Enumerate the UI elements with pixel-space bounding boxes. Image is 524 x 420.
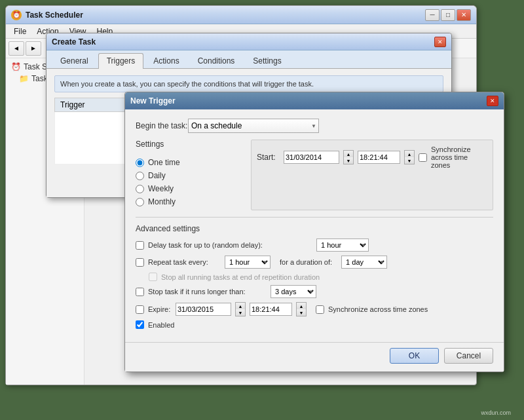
close-button[interactable]: ✕ <box>457 9 471 21</box>
expire-time-input[interactable] <box>250 303 292 316</box>
expire-row: Expire: ▲ ▼ ▲ ▼ Synchronize across time … <box>136 302 493 316</box>
start-date-input[interactable] <box>284 151 339 164</box>
stop-longer-row: Stop task if it runs longer than: 3 days <box>136 285 493 298</box>
duration-wrapper: 1 day <box>341 256 387 269</box>
taskscheduler-icon: ⏰ <box>11 10 22 20</box>
time-spin-down[interactable]: ▼ <box>405 157 414 164</box>
start-label: Start: <box>257 153 280 162</box>
radio-weekly-input[interactable] <box>136 185 144 193</box>
create-task-close[interactable]: ✕ <box>434 37 446 47</box>
forward-button[interactable]: ► <box>26 41 41 56</box>
expire-checkbox[interactable] <box>136 305 144 314</box>
expire-date-spin-up[interactable]: ▲ <box>236 303 245 309</box>
duration-select[interactable]: 1 day <box>341 256 387 269</box>
expire-label: Expire: <box>148 305 170 313</box>
stop-longer-checkbox[interactable] <box>136 288 144 296</box>
delay-task-checkbox[interactable] <box>136 241 144 250</box>
delay-value-select[interactable]: 1 hour 30 minutes <box>316 239 369 252</box>
sync-timezones-label: Synchronize across time zones <box>431 145 487 169</box>
library-tree-icon: 📁 <box>19 74 29 83</box>
maximize-button[interactable]: □ <box>441 9 455 21</box>
expire-date-input[interactable] <box>176 303 231 316</box>
stop-longer-wrapper: 3 days <box>271 285 316 298</box>
date-spin-up[interactable]: ▲ <box>344 151 353 157</box>
start-time-input[interactable] <box>358 151 400 164</box>
time-spin: ▲ ▼ <box>404 150 415 164</box>
radio-weekly-label: Weekly <box>148 184 174 193</box>
back-button[interactable]: ◄ <box>9 41 24 56</box>
create-task-titlebar: Create Task ✕ <box>47 33 451 50</box>
delay-value-wrapper: 1 hour 30 minutes <box>316 239 369 252</box>
tab-settings[interactable]: Settings <box>244 53 290 68</box>
delay-task-item[interactable]: Delay task for up to (random delay): <box>136 241 312 250</box>
radio-one-time-input[interactable] <box>136 159 144 167</box>
tab-triggers[interactable]: Triggers <box>98 53 144 69</box>
settings-label: Settings <box>136 140 240 149</box>
stop-longer-label: Stop task if it runs longer than: <box>148 288 246 296</box>
time-spin-up[interactable]: ▲ <box>405 151 414 157</box>
expire-sync-item[interactable]: Synchronize across time zones <box>316 305 428 314</box>
begin-task-select[interactable]: On a schedule At log on At startup On id… <box>188 119 319 133</box>
date-spin-down[interactable]: ▼ <box>344 157 353 164</box>
enabled-item[interactable]: Enabled <box>136 320 174 329</box>
begin-task-select-wrapper: On a schedule At log on At startup On id… <box>188 119 319 133</box>
new-trigger-body: Begin the task: On a schedule At log on … <box>125 109 504 342</box>
menu-file[interactable]: File <box>9 26 31 37</box>
enabled-checkbox[interactable] <box>136 320 144 329</box>
stop-running-checkbox <box>149 273 157 281</box>
minimize-button[interactable]: ─ <box>425 9 440 21</box>
expire-item[interactable]: Expire: <box>136 305 172 314</box>
expire-date-spin: ▲ ▼ <box>235 302 246 316</box>
create-task-title: Create Task <box>52 37 434 47</box>
expire-date-spin-down[interactable]: ▼ <box>236 309 245 316</box>
new-trigger-titlebar: New Trigger ✕ <box>125 92 504 109</box>
stop-longer-item[interactable]: Stop task if it runs longer than: <box>136 288 267 296</box>
radio-daily[interactable]: Daily <box>136 171 240 180</box>
radio-monthly-input[interactable] <box>136 198 144 206</box>
radio-daily-input[interactable] <box>136 172 144 180</box>
settings-area: Settings One time Daily Weekly <box>136 140 493 210</box>
radio-one-time[interactable]: One time <box>136 158 240 167</box>
delay-task-row: Delay task for up to (random delay): 1 h… <box>136 239 493 252</box>
dialog-tabs: General Triggers Actions Conditions Sett… <box>47 50 451 69</box>
new-trigger-dialog: New Trigger ✕ Begin the task: On a sched… <box>124 92 504 372</box>
start-row: Start: ▲ ▼ ▲ ▼ Synchronize across time z… <box>257 145 487 169</box>
window-titlebar: ⏰ Task Scheduler ─ □ ✕ <box>6 6 476 24</box>
enabled-label: Enabled <box>148 321 174 329</box>
tab-general[interactable]: General <box>52 53 97 68</box>
taskscheduler-tree-icon: ⏰ <box>11 62 21 71</box>
window-controls: ─ □ ✕ <box>425 9 471 21</box>
repeat-task-checkbox[interactable] <box>136 258 144 267</box>
new-trigger-close-btn[interactable]: ✕ <box>487 96 498 106</box>
repeat-task-label: Repeat task every: <box>148 258 208 266</box>
expire-time-spin-up[interactable]: ▲ <box>297 303 306 309</box>
tab-conditions[interactable]: Conditions <box>189 53 244 68</box>
radio-monthly[interactable]: Monthly <box>136 197 240 206</box>
radio-daily-label: Daily <box>148 171 166 180</box>
dialog-footer: OK Cancel <box>125 342 504 372</box>
settings-left: Settings One time Daily Weekly <box>136 140 240 210</box>
advanced-section: Advanced settings Delay task for up to (… <box>136 217 493 329</box>
repeat-value-select[interactable]: 1 hour <box>225 256 271 269</box>
window-title: Task Scheduler <box>26 10 425 20</box>
ok-button[interactable]: OK <box>390 348 439 364</box>
watermark: wxdun.com <box>481 410 511 416</box>
radio-weekly[interactable]: Weekly <box>136 184 240 193</box>
repeat-task-item[interactable]: Repeat task every: <box>136 258 221 267</box>
for-duration-label: for a duration of: <box>280 258 332 266</box>
cancel-button[interactable]: Cancel <box>444 348 493 364</box>
begin-task-row: Begin the task: On a schedule At log on … <box>136 119 493 133</box>
enabled-row: Enabled <box>136 320 493 329</box>
stop-running-item[interactable]: Stop all running tasks at end of repetit… <box>149 273 320 281</box>
expire-time-spin: ▲ ▼ <box>296 302 307 316</box>
tab-actions[interactable]: Actions <box>145 53 187 68</box>
advanced-label: Advanced settings <box>136 224 493 233</box>
radio-monthly-label: Monthly <box>148 197 176 206</box>
stop-longer-select[interactable]: 3 days <box>271 285 316 298</box>
expire-time-spin-down[interactable]: ▼ <box>297 309 306 316</box>
delay-task-label: Delay task for up to (random delay): <box>148 241 263 249</box>
expire-sync-checkbox[interactable] <box>316 305 324 314</box>
sync-timezones-row[interactable]: Synchronize across time zones <box>419 145 487 169</box>
stop-running-label: Stop all running tasks at end of repetit… <box>161 273 320 281</box>
sync-timezones-checkbox[interactable] <box>419 153 427 162</box>
